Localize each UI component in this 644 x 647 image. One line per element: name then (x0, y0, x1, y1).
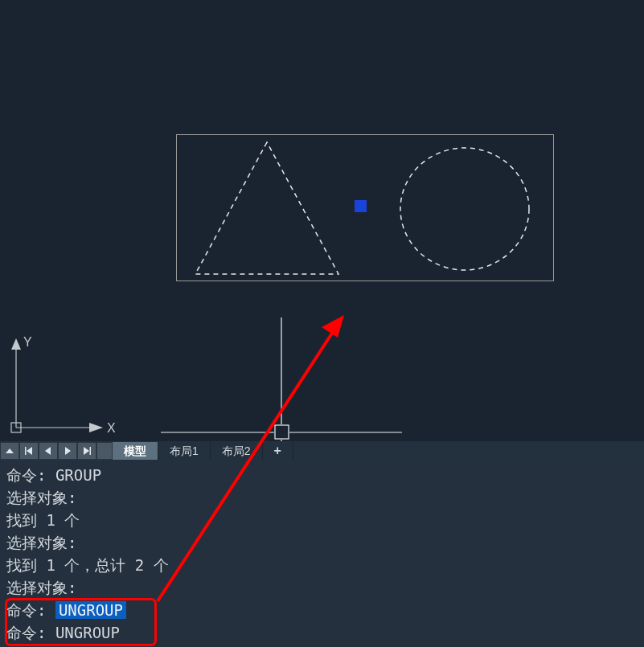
svg-rect-17 (90, 447, 92, 455)
tab-nav-spacer (96, 442, 113, 460)
cmd-history-line: 找到 1 个 (6, 509, 638, 531)
model-space-canvas[interactable]: X Y (0, 0, 644, 440)
circle-object[interactable] (397, 145, 534, 273)
tab-nav-last-button[interactable] (77, 442, 96, 460)
svg-marker-5 (89, 423, 103, 432)
svg-marker-3 (11, 338, 21, 350)
tab-layout2[interactable]: 布局2 (211, 442, 263, 460)
svg-marker-15 (45, 447, 51, 455)
cmd-history-line: 找到 1 个，总计 2 个 (6, 554, 638, 576)
ucs-x-label: X (107, 421, 115, 435)
layout-tabs-bar: 模型 布局1 布局2 + (0, 441, 644, 461)
command-line-panel[interactable]: 命令: GROUP 选择对象: 找到 1 个 选择对象: 找到 1 个，总计 2… (0, 461, 644, 647)
svg-marker-14 (27, 447, 32, 455)
svg-rect-11 (275, 425, 289, 439)
cmd-history-line: 选择对象: (6, 531, 638, 554)
tab-nav-first-button[interactable] (19, 442, 39, 460)
tabs-menu-button[interactable] (0, 442, 19, 460)
cmd-history-line: 选择对象: (6, 486, 638, 509)
tab-nav-prev-button[interactable] (39, 442, 58, 460)
cmd-history-line: 命令: UNGROUP (6, 599, 638, 621)
tab-add-layout[interactable]: + (263, 442, 293, 460)
svg-rect-6 (11, 423, 21, 432)
svg-marker-0 (195, 142, 338, 274)
highlighted-command: UNGROUP (55, 601, 126, 619)
svg-rect-13 (25, 447, 27, 455)
cmd-history-line: 选择对象: (6, 576, 638, 599)
tab-model[interactable]: 模型 (113, 442, 158, 460)
cursor-crosshair (161, 317, 402, 446)
tab-nav-next-button[interactable] (58, 442, 77, 460)
tab-layout1[interactable]: 布局1 (158, 442, 211, 460)
svg-marker-12 (6, 448, 14, 453)
cmd-history-line: 命令: GROUP (6, 464, 638, 486)
svg-marker-16 (65, 447, 71, 455)
svg-point-1 (400, 148, 529, 270)
ucs-icon: X Y (10, 332, 115, 436)
svg-marker-18 (84, 447, 89, 455)
cmd-current-line[interactable]: 命令: UNGROUP (6, 621, 638, 644)
triangle-object[interactable] (192, 139, 345, 277)
group-base-grip[interactable] (355, 200, 367, 212)
ucs-y-label: Y (23, 335, 32, 349)
